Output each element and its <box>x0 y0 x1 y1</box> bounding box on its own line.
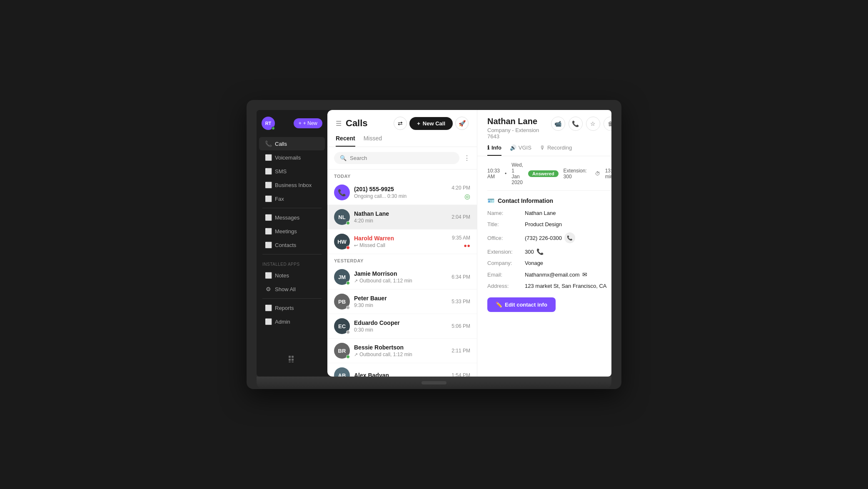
transfer-button[interactable]: ⇄ <box>394 117 407 130</box>
call-avatar: PB <box>334 294 350 309</box>
call-item[interactable]: PB Peter Bauer 9:30 min 5:33 PM <box>327 289 477 314</box>
info-row-title: Title: Product Design <box>487 221 611 227</box>
svg-rect-5 <box>292 362 294 362</box>
sidebar-item-show-all[interactable]: ⚙ Show All <box>259 282 325 296</box>
call-meta: 4:20 PM ◎ <box>451 185 470 200</box>
call-info: Alex Badyan <box>354 372 451 377</box>
info-value-address: 123 market St, San Francisco, CA <box>525 283 607 289</box>
sidebar-item-notes[interactable]: ⬜ Notes <box>259 269 325 282</box>
call-info: Harold Warren ↩ Missed Call <box>354 235 452 248</box>
new-call-button[interactable]: + Edit contact info New Call <box>409 117 453 130</box>
more-options-icon[interactable]: ⋮ <box>464 154 470 162</box>
contact-subtitle: Company - Extension 7643 <box>487 127 551 140</box>
call-info: (201) 555-9925 Ongoing call... 0:30 min <box>354 186 451 199</box>
call-name: Jamie Morrison <box>354 270 451 277</box>
contacts-icon: ⬜ <box>265 242 272 248</box>
missed-icon: ●● <box>452 242 470 249</box>
sidebar-item-messages[interactable]: ⬜ Messages <box>259 211 325 224</box>
svg-rect-2 <box>289 359 291 361</box>
call-meta: 5:06 PM <box>451 323 470 329</box>
call-item[interactable]: BR Bessie Robertson ↗ Outbound call, 1:1… <box>327 339 477 363</box>
call-name: Bessie Robertson <box>354 344 451 351</box>
call-name: (201) 555-9925 <box>354 186 451 192</box>
detail-body: 10:33 AM • Wed, 1 Jan 2020 Answered Exte… <box>477 156 611 377</box>
nav-divider-2 <box>262 254 322 254</box>
call-info: Bessie Robertson ↗ Outbound call, 1:12 m… <box>354 344 451 357</box>
avatar-dot <box>346 330 350 334</box>
star-icon: ☆ <box>590 120 596 127</box>
calls-list: TODAY 📞 (201) 555-9925 Ongoing call... 0… <box>327 170 477 377</box>
tab-info[interactable]: ℹ Info <box>487 145 501 156</box>
avatar-dot <box>346 246 350 249</box>
search-icon: 🔍 <box>340 155 347 161</box>
sidebar-item-calls[interactable]: 📞 Calls <box>259 137 325 150</box>
call-avatar: AB <box>334 367 350 377</box>
contact-info-section: 🪪 Contact Information Name: Nathan Lane … <box>487 191 611 319</box>
tab-recent[interactable]: Recent <box>336 135 355 147</box>
laptop-notch <box>422 381 446 384</box>
call-item[interactable]: EC Eduardo Cooper 0:30 min 5:06 PM <box>327 314 477 339</box>
call-name: Peter Bauer <box>354 295 451 302</box>
video-icon: 📹 <box>554 120 561 127</box>
calls-header: ☰ Calls ⇄ + Edit contact info New Call <box>327 110 477 147</box>
tab-vgis[interactable]: 🔊 VGIS <box>510 145 531 156</box>
tab-missed[interactable]: Missed <box>364 135 382 147</box>
search-bar: 🔍 ⋮ <box>327 147 477 170</box>
tab-recording[interactable]: 🎙 Recording <box>540 145 572 156</box>
nav-divider <box>262 208 322 208</box>
call-meta: 2:04 PM <box>451 214 470 220</box>
call-name: Harold Warren <box>354 235 452 242</box>
svg-rect-4 <box>289 362 291 362</box>
info-row-extension: Extension: 300 📞 <box>487 248 611 255</box>
phone-button[interactable]: 📞 <box>569 117 583 131</box>
call-sub: 9:30 min <box>354 302 451 308</box>
call-sub: Ongoing call... 0:30 min <box>354 193 451 199</box>
call-info: Jamie Morrison ↗ Outbound call, 1:12 min <box>354 270 451 284</box>
sidebar: RT + + New 📞 Calls ⬜ Voicemails <box>257 110 327 377</box>
call-item[interactable]: JM Jamie Morrison ↗ Outbound call, 1:12 … <box>327 265 477 289</box>
avatar-dot <box>346 221 350 225</box>
call-item[interactable]: 📞 (201) 555-9925 Ongoing call... 0:30 mi… <box>327 180 477 205</box>
fax-icon: ⬜ <box>265 195 272 202</box>
call-detail-meta: 10:33 AM • Wed, 1 Jan 2020 Answered Exte… <box>487 156 611 191</box>
main-content: ☰ Calls ⇄ + Edit contact info New Call <box>327 110 611 377</box>
sidebar-item-sms[interactable]: ⬜ SMS <box>259 165 325 178</box>
hamburger-icon[interactable]: ☰ <box>336 120 342 127</box>
delete-button[interactable]: 🗑 <box>604 117 611 131</box>
rocket-button[interactable]: 🚀 <box>455 117 469 130</box>
phone-icon: 📞 <box>572 120 579 127</box>
call-sub: 4:20 min <box>354 218 451 224</box>
call-item[interactable]: HW Harold Warren ↩ Missed Call 9:35 AM <box>327 230 477 254</box>
sidebar-item-fax[interactable]: ⬜ Fax <box>259 192 325 205</box>
call-avatar: JM <box>334 269 350 285</box>
sidebar-item-voicemails[interactable]: ⬜ Voicemails <box>259 151 325 164</box>
call-item[interactable]: NL Nathan Lane 4:20 min 2:04 PM <box>327 205 477 230</box>
avatar-dot <box>346 355 350 359</box>
call-date: Wed, 1 Jan 2020 <box>511 162 523 185</box>
detail-header: Nathan Lane Company - Extension 7643 📹 📞 <box>477 110 611 156</box>
call-office-button[interactable]: 📞 <box>564 232 575 243</box>
contact-info-title: 🪪 Contact Information <box>487 197 611 204</box>
sidebar-item-contacts[interactable]: ⬜ Contacts <box>259 238 325 252</box>
info-value-company: Vonage <box>525 260 543 266</box>
new-button[interactable]: + + New <box>294 118 322 128</box>
admin-icon: ⬜ <box>265 318 272 325</box>
call-avatar: BR <box>334 343 350 359</box>
info-row-email: Email: Nathanmx@email.com ✉ <box>487 271 611 278</box>
call-avatar: NL <box>334 209 350 225</box>
sidebar-item-reports[interactable]: ⬜ Reports <box>259 301 325 314</box>
edit-contact-button[interactable]: ✏️ Edit contact info <box>487 297 556 312</box>
call-item[interactable]: AB Alex Badyan 1:54 PM <box>327 363 477 377</box>
video-call-button[interactable]: 📹 <box>551 117 565 131</box>
search-input[interactable] <box>350 155 454 161</box>
sidebar-item-business-inbox[interactable]: ⬜ Business Inbox <box>259 178 325 192</box>
call-sub: ↗ Outbound call, 1:12 min <box>354 352 451 357</box>
star-button[interactable]: ☆ <box>586 117 600 131</box>
info-value-extension: 300 📞 <box>525 248 544 255</box>
trash-icon: 🗑 <box>608 120 611 127</box>
grid-icon[interactable] <box>257 348 327 370</box>
calls-panel: ☰ Calls ⇄ + Edit contact info New Call <box>327 110 477 377</box>
sidebar-nav: 📞 Calls ⬜ Voicemails ⬜ SMS ⬜ Business In… <box>257 137 327 348</box>
sidebar-item-admin[interactable]: ⬜ Admin <box>259 315 325 328</box>
sidebar-item-meetings[interactable]: ⬜ Meetings <box>259 225 325 238</box>
